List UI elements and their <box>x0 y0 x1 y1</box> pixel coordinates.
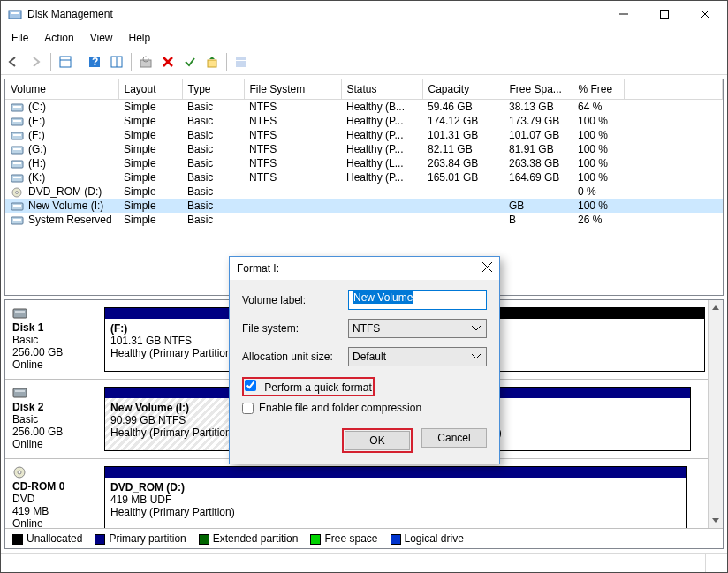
scroll-up-icon[interactable] <box>709 300 723 315</box>
up-button[interactable] <box>202 52 222 72</box>
menubar: File Action View Help <box>1 27 727 49</box>
volume-row[interactable]: (H:)SimpleBasicNTFSHealthy (L...263.84 G… <box>5 156 723 170</box>
disc-icon <box>11 187 25 198</box>
svg-text:?: ? <box>92 56 98 68</box>
col-status[interactable]: Status <box>341 79 422 100</box>
minimize-button[interactable] <box>603 1 644 27</box>
volume-row[interactable]: System ReservedSimpleBasicB26 % <box>5 213 723 227</box>
drive-icon <box>12 307 28 320</box>
svg-rect-19 <box>236 64 246 67</box>
drive-icon <box>11 173 25 184</box>
back-button[interactable] <box>4 52 24 72</box>
col-fs[interactable]: File System <box>244 79 341 100</box>
svg-rect-16 <box>208 60 216 67</box>
scrollbar[interactable] <box>708 300 723 528</box>
statusbar <box>1 553 727 572</box>
quick-format-label: Perform a quick format <box>264 381 371 394</box>
svg-rect-23 <box>13 120 21 122</box>
compression-label: Enable file and folder compression <box>259 402 421 414</box>
quick-format-checkbox[interactable] <box>245 380 256 391</box>
drive-icon <box>11 145 25 155</box>
drive-icon <box>11 131 25 141</box>
drive-icon <box>11 159 25 170</box>
titlebar: Disk Management <box>1 1 727 27</box>
toolbar: ? <box>1 49 727 75</box>
svg-point-43 <box>18 471 21 474</box>
col-layout[interactable]: Layout <box>118 79 182 100</box>
volume-row[interactable]: (K:)SimpleBasicNTFSHealthy (P...165.01 G… <box>5 170 723 185</box>
drive-icon <box>11 117 25 127</box>
svg-rect-25 <box>13 134 21 136</box>
menu-view[interactable]: View <box>83 29 120 47</box>
alloc-size-label: Allocation unit size: <box>242 351 348 363</box>
svg-rect-17 <box>236 57 246 60</box>
drive-icon <box>11 215 25 226</box>
svg-rect-29 <box>13 162 21 164</box>
close-button[interactable] <box>685 1 725 27</box>
menu-help[interactable]: Help <box>122 29 158 47</box>
legend-unallocated: Unallocated <box>27 532 82 545</box>
col-pct[interactable]: % Free <box>573 79 624 100</box>
svg-rect-6 <box>60 57 71 67</box>
svg-rect-12 <box>140 60 151 67</box>
dialog-title: Format I: <box>237 262 482 275</box>
file-system-select[interactable]: NTFS <box>348 319 487 338</box>
volume-row[interactable]: (G:)SimpleBasicNTFSHealthy (P...82.11 GB… <box>5 142 723 156</box>
svg-rect-41 <box>15 390 25 392</box>
disk-row: CD-ROM 0DVD419 MBOnlineDVD_ROM (D:)419 M… <box>5 459 708 528</box>
menu-action[interactable]: Action <box>37 29 80 47</box>
dialog-close-button[interactable] <box>482 262 492 275</box>
col-free[interactable]: Free Spa... <box>504 79 573 100</box>
volume-label-label: Volume label: <box>242 294 348 306</box>
disc-icon <box>12 466 28 479</box>
svg-rect-3 <box>661 11 669 19</box>
svg-rect-18 <box>236 61 246 64</box>
forward-button[interactable] <box>27 52 46 72</box>
svg-rect-38 <box>13 309 27 318</box>
svg-rect-37 <box>13 219 21 221</box>
maximize-button[interactable] <box>644 1 685 27</box>
volume-row[interactable]: (C:)SimpleBasicNTFSHealthy (B...59.46 GB… <box>5 100 723 115</box>
volume-row[interactable]: New Volume (I:)SimpleBasicGB100 % <box>5 199 723 213</box>
file-system-label: File system: <box>242 322 348 335</box>
legend-logical: Logical drive <box>405 532 464 545</box>
svg-rect-35 <box>13 205 21 207</box>
col-capacity[interactable]: Capacity <box>422 79 504 100</box>
window-title: Disk Management <box>27 8 603 20</box>
compression-checkbox[interactable] <box>242 403 254 414</box>
format-dialog: Format I: Volume label: New Volume File … <box>229 256 500 464</box>
drive-icon <box>12 387 28 399</box>
cancel-button[interactable]: Cancel <box>421 428 487 448</box>
drive-icon <box>11 102 25 113</box>
menu-file[interactable]: File <box>4 29 35 47</box>
volume-row[interactable]: (F:)SimpleBasicNTFSHealthy (P...101.31 G… <box>5 128 723 142</box>
help-button[interactable]: ? <box>85 52 104 72</box>
scroll-down-icon[interactable] <box>709 513 723 528</box>
alloc-size-select[interactable]: Default <box>348 347 487 366</box>
partition[interactable]: DVD_ROM (D:)419 MB UDFHealthy (Primary P… <box>104 466 687 528</box>
layout-button[interactable] <box>107 52 126 72</box>
svg-rect-27 <box>13 148 21 150</box>
legend: Unallocated Primary partition Extended p… <box>5 528 723 548</box>
list-button[interactable] <box>231 52 251 72</box>
svg-rect-0 <box>9 11 21 19</box>
app-icon <box>8 7 22 21</box>
volume-label-input[interactable]: New Volume <box>348 290 487 310</box>
col-type[interactable]: Type <box>182 79 244 100</box>
view-button[interactable] <box>56 52 75 72</box>
svg-rect-21 <box>13 106 21 108</box>
legend-extended: Extended partition <box>213 532 299 545</box>
legend-primary: Primary partition <box>109 532 186 545</box>
svg-rect-1 <box>11 12 19 14</box>
volume-row[interactable]: DVD_ROM (D:)SimpleBasic0 % <box>5 185 723 199</box>
volume-row[interactable]: (E:)SimpleBasicNTFSHealthy (P...174.12 G… <box>5 114 723 128</box>
svg-point-33 <box>16 191 19 193</box>
settings-button[interactable] <box>136 52 155 72</box>
col-volume[interactable]: Volume <box>5 79 118 100</box>
ok-button[interactable]: OK <box>345 431 410 450</box>
svg-rect-40 <box>13 388 27 397</box>
check-button[interactable] <box>180 52 200 72</box>
delete-button[interactable] <box>158 52 178 72</box>
legend-free: Free space <box>324 532 377 545</box>
svg-rect-31 <box>13 177 21 178</box>
